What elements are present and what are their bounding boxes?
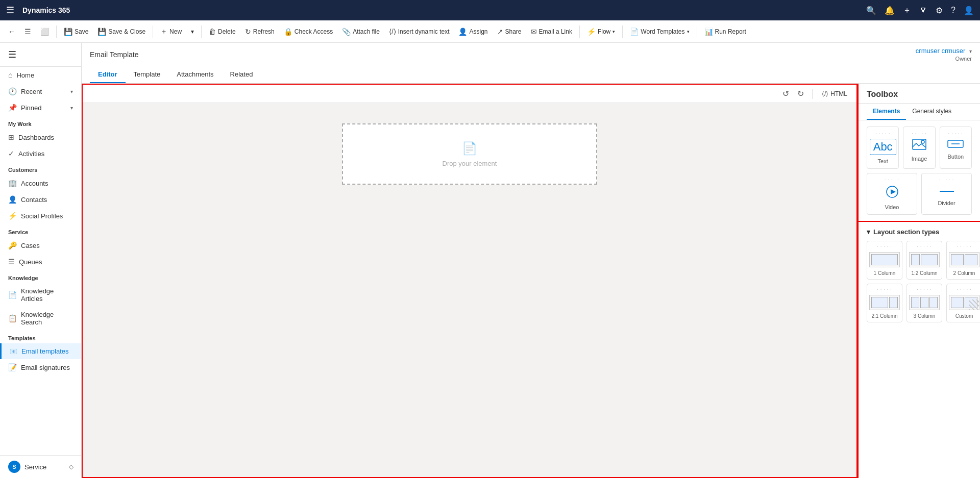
separator-2 — [153, 26, 153, 38]
plus-icon[interactable]: ＋ — [903, 5, 911, 16]
layout-item-2-1-column[interactable]: · · · · · 2:1 Column — [867, 284, 902, 322]
sidebar-item-social-profiles[interactable]: ⚡ Social Profiles — [0, 208, 81, 224]
delete-button[interactable]: 🗑 Delete — [205, 26, 240, 38]
1-column-label: 1 Column — [874, 270, 896, 276]
run-report-button[interactable]: 📊 Run Report — [700, 26, 750, 38]
drop-zone-icon: 📄 — [462, 141, 477, 156]
drop-zone-text: Drop your element — [443, 160, 497, 167]
layout-item-1-column[interactable]: · · · · · 1 Column — [867, 241, 902, 280]
help-icon[interactable]: ? — [951, 6, 955, 15]
image-dots: · · · · · — [912, 131, 926, 136]
sidebar-item-accounts[interactable]: 🏢 Accounts — [0, 175, 81, 191]
owner-chevron-icon[interactable]: ▾ — [969, 48, 972, 54]
tab-editor[interactable]: Editor — [90, 66, 126, 83]
word-templates-button[interactable]: 📄 Word Templates ▾ — [626, 26, 693, 38]
sidebar-item-contacts[interactable]: 👤 Contacts — [0, 191, 81, 208]
divider-element-icon — [939, 185, 955, 197]
hamburger-icon[interactable]: ☰ — [6, 5, 14, 16]
tab-related[interactable]: Related — [222, 66, 261, 83]
layout-section-header[interactable]: ▾ Layout section types — [867, 228, 972, 236]
1-2-column-label: 1:2 Column — [911, 270, 937, 276]
sidebar-item-pinned[interactable]: 📌 Pinned ▾ — [0, 99, 81, 116]
sidebar-item-dashboards[interactable]: ⊞ Dashboards — [0, 129, 81, 145]
layout-item-1-2-column[interactable]: · · · · · 1:2 Column — [906, 241, 942, 280]
check-access-icon: 🔒 — [284, 28, 292, 36]
button-dots: · · · · · — [948, 131, 963, 136]
sidebar-hamburger[interactable]: ☰ — [6, 47, 18, 62]
save-close-icon: 💾 — [97, 28, 106, 36]
1-2-column-preview — [909, 252, 940, 267]
toolbox-tab-elements[interactable]: Elements — [867, 104, 906, 120]
attach-file-button[interactable]: 📎 Attach file — [338, 26, 384, 38]
sidebar-item-home[interactable]: ⌂ Home — [0, 67, 81, 83]
save-button[interactable]: 💾 Save — [60, 26, 92, 38]
sidebar-item-label: Contacts — [21, 196, 47, 204]
toolbox-item-video[interactable]: · · · · · Video — [867, 173, 917, 215]
toolbox-item-text[interactable]: · · · · · Abc Text — [867, 127, 899, 169]
content-tabs: Editor Template Attachments Related — [90, 66, 972, 83]
main-container: ☰ ⌂ Home 🕐 Recent ▾ 📌 Pinned ▾ My Work ⊞… — [0, 43, 980, 478]
layout-item-3-column[interactable]: · · · · · 3 Column — [906, 284, 942, 322]
new-dropdown-button[interactable]: ▾ — [187, 26, 198, 37]
service-section-label: Service — [0, 224, 81, 237]
toolbox-item-image[interactable]: · · · · · Image — [903, 127, 935, 169]
toolbox-item-button[interactable]: · · · · · Button — [940, 127, 972, 169]
recent-icon: 🕐 — [8, 87, 17, 95]
sidebar-item-queues[interactable]: ☰ Queues — [0, 254, 81, 270]
sidebar-item-cases[interactable]: 🔑 Cases — [0, 237, 81, 254]
share-button[interactable]: ↗ Share — [493, 26, 526, 38]
separator-5 — [622, 26, 623, 38]
editor-area: ↺ ↻ ⟨/⟩ HTML 📄 Drop your element — [82, 84, 980, 478]
page-title: Email Template — [90, 51, 138, 59]
canvas-inner[interactable]: 📄 Drop your element — [83, 103, 856, 205]
word-icon: 📄 — [630, 28, 639, 36]
layout-chevron-icon: ▾ — [867, 228, 870, 236]
refresh-button[interactable]: ↻ Refresh — [241, 26, 279, 38]
sidebar-bottom: S Service ◇ — [0, 455, 82, 478]
search-icon[interactable]: 🔍 — [866, 6, 876, 15]
edit-button[interactable]: ⬜ — [36, 26, 53, 38]
knowledge-search-icon: 📋 — [8, 314, 17, 322]
bell-icon[interactable]: 🔔 — [885, 6, 895, 15]
email-link-icon: ✉ — [531, 28, 537, 36]
2-1-column-label: 2:1 Column — [871, 313, 897, 319]
run-report-icon: 📊 — [704, 28, 713, 36]
insert-dynamic-text-button[interactable]: ⟨/⟩ Insert dynamic text — [385, 26, 454, 38]
undo-button[interactable]: ↺ — [780, 88, 791, 99]
toolbox-elements-section: · · · · · Abc Text · · · · · — [859, 120, 980, 222]
email-link-button[interactable]: ✉ Email a Link — [527, 26, 576, 38]
back-button[interactable]: ← — [4, 26, 19, 38]
sidebar-item-activities[interactable]: ✓ Activities — [0, 145, 81, 162]
view-button[interactable]: ☰ — [20, 26, 35, 38]
sidebar-item-knowledge-search[interactable]: 📋 Knowledge Search — [0, 307, 81, 330]
sidebar-item-label: Knowledge Search — [21, 311, 73, 326]
tab-template[interactable]: Template — [126, 66, 169, 83]
check-access-button[interactable]: 🔒 Check Access — [280, 26, 337, 38]
toolbox-tab-general-styles[interactable]: General styles — [906, 104, 958, 120]
user-icon[interactable]: 👤 — [964, 6, 974, 15]
tab-attachments[interactable]: Attachments — [168, 66, 222, 83]
flow-button[interactable]: ⚡ Flow ▾ — [583, 26, 619, 38]
toolbox-item-divider[interactable]: · · · · · Divider — [921, 173, 972, 215]
settings-icon[interactable]: ⚙ — [936, 6, 943, 15]
layout-item-2-column[interactable]: · · · · · 2 Column — [946, 241, 980, 280]
save-close-button[interactable]: 💾 Save & Close — [93, 26, 150, 38]
sidebar-bottom-item-service[interactable]: S Service ◇ — [0, 456, 82, 478]
layout-item-custom[interactable]: · · · · · Custom — [946, 284, 980, 322]
new-button[interactable]: ＋ New — [156, 25, 186, 38]
sidebar-item-email-templates[interactable]: 📧 Email templates — [0, 343, 81, 359]
drop-zone[interactable]: 📄 Drop your element — [342, 123, 597, 185]
html-button[interactable]: ⟨/⟩ HTML — [819, 89, 850, 98]
sidebar-item-label: Social Profiles — [21, 212, 63, 220]
sidebar-item-email-signatures[interactable]: 📝 Email signatures — [0, 359, 81, 375]
2-column-label: 2 Column — [953, 270, 975, 276]
sidebar-item-knowledge-articles[interactable]: 📄 Knowledge Articles — [0, 283, 81, 307]
filter-icon[interactable]: ⛛ — [919, 6, 927, 15]
redo-button[interactable]: ↻ — [795, 88, 806, 99]
sidebar-item-label: Email templates — [21, 347, 68, 355]
sidebar-item-label: Queues — [19, 258, 42, 266]
owner-name[interactable]: crmuser crmuser — [916, 47, 966, 55]
2-1-column-preview — [869, 295, 900, 310]
sidebar-item-recent[interactable]: 🕐 Recent ▾ — [0, 83, 81, 99]
assign-button[interactable]: 👤 Assign — [454, 26, 492, 38]
